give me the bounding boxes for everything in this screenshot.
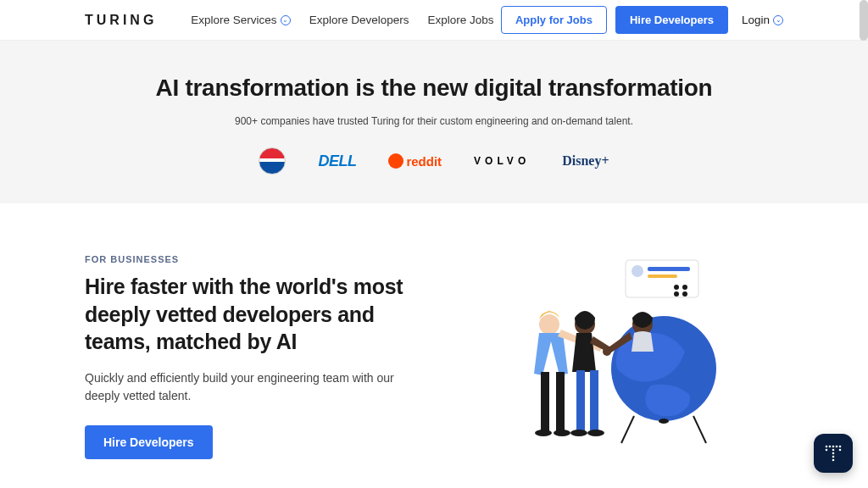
svg-point-6: [674, 291, 679, 297]
reddit-logo: reddit: [388, 153, 442, 169]
hero-section: AI transformation is the new digital tra…: [0, 41, 868, 203]
pepsi-icon: [259, 147, 286, 175]
svg-point-34: [832, 459, 835, 462]
volvo-logo: VOLVO: [474, 155, 530, 167]
svg-point-28: [839, 446, 842, 448]
svg-rect-15: [556, 372, 565, 431]
hero-title: AI transformation is the new digital tra…: [17, 75, 851, 102]
nav-explore-jobs-label: Explore Jobs: [427, 14, 493, 26]
svg-rect-3: [648, 274, 677, 278]
business-heading: Hire faster with the world's most deeply…: [85, 273, 417, 356]
company-logos: DELL reddit VOLVO Disney+: [17, 147, 851, 175]
chat-widget-button[interactable]: [814, 434, 853, 473]
svg-point-33: [832, 456, 835, 458]
login-link[interactable]: Login ⌄: [742, 14, 783, 26]
hire-developers-cta-button[interactable]: Hire Developers: [85, 425, 213, 459]
header: TURING Explore Services ⌄ Explore Develo…: [0, 0, 868, 41]
svg-point-13: [539, 314, 559, 335]
nav-explore-services-label: Explore Services: [191, 14, 276, 26]
svg-rect-20: [590, 370, 598, 431]
chevron-down-icon: ⌄: [773, 15, 783, 25]
nav-explore-developers[interactable]: Explore Developers: [309, 14, 409, 26]
nav-explore-developers-label: Explore Developers: [309, 14, 409, 26]
chevron-down-icon: ⌄: [281, 15, 291, 25]
svg-point-1: [632, 265, 643, 277]
svg-point-16: [535, 430, 552, 436]
svg-point-23: [603, 347, 611, 356]
hero-subtitle: 900+ companies have trusted Turing for t…: [17, 115, 851, 127]
business-body: Quickly and efficiently build your engin…: [85, 369, 407, 405]
svg-point-4: [674, 285, 679, 290]
main-nav: Explore Services ⌄ Explore Developers Ex…: [191, 14, 493, 26]
disney-logo: Disney+: [562, 153, 609, 169]
svg-point-31: [839, 449, 842, 452]
login-label: Login: [742, 14, 770, 26]
nav-explore-jobs[interactable]: Explore Jobs: [427, 14, 493, 26]
svg-point-22: [587, 430, 604, 436]
svg-point-5: [682, 285, 687, 290]
svg-rect-2: [648, 267, 690, 271]
reddit-icon: [388, 153, 403, 169]
svg-point-7: [682, 291, 687, 297]
hiring-globe-illustration: [498, 258, 736, 453]
svg-rect-14: [541, 372, 549, 431]
svg-point-30: [832, 449, 835, 452]
svg-rect-19: [576, 370, 585, 431]
business-eyebrow: FOR BUSINESSES: [85, 254, 417, 264]
reddit-label: reddit: [406, 154, 442, 169]
apply-jobs-button[interactable]: Apply for Jobs: [501, 6, 607, 34]
svg-line-9: [621, 416, 634, 443]
svg-line-10: [693, 416, 706, 443]
business-content: FOR BUSINESSES Hire faster with the worl…: [85, 254, 417, 459]
pepsi-logo: [259, 147, 286, 175]
svg-point-21: [570, 430, 587, 436]
svg-point-32: [832, 452, 835, 455]
svg-point-29: [826, 449, 828, 452]
header-actions: Apply for Jobs Hire Developers Login ⌄: [501, 6, 783, 34]
svg-point-17: [554, 430, 570, 436]
hire-developers-button[interactable]: Hire Developers: [615, 6, 728, 34]
svg-point-25: [829, 446, 832, 448]
svg-point-27: [836, 446, 838, 448]
business-section: FOR BUSINESSES Hire faster with the worl…: [0, 203, 868, 476]
svg-point-24: [826, 446, 828, 448]
dell-logo: DELL: [318, 152, 356, 170]
svg-point-11: [659, 419, 669, 424]
nav-explore-services[interactable]: Explore Services ⌄: [191, 14, 290, 26]
turing-logo[interactable]: TURING: [85, 13, 157, 28]
scrollbar-thumb[interactable]: [860, 0, 868, 41]
svg-point-26: [832, 446, 835, 448]
turing-t-icon: [823, 443, 843, 463]
business-illustration: [451, 254, 783, 458]
